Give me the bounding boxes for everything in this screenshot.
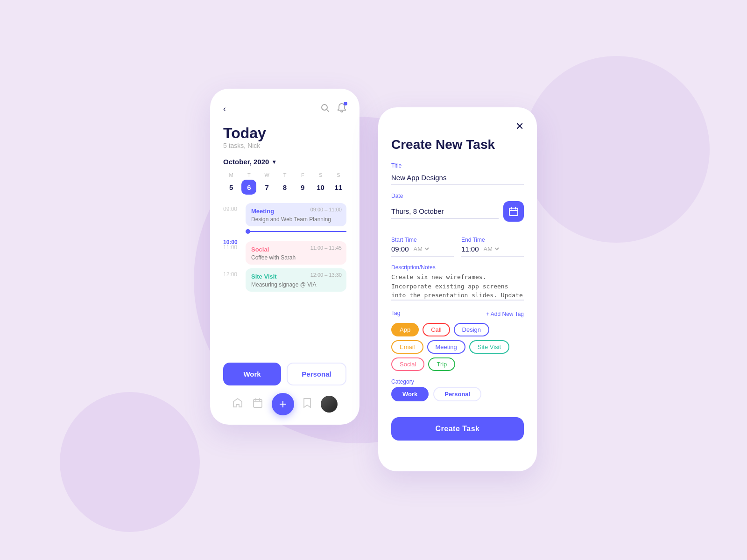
phones-container: ‹ Today 5 tasks, Nick	[210, 89, 537, 471]
close-button[interactable]: ✕	[515, 120, 524, 133]
tag-app[interactable]: App	[391, 323, 419, 336]
svg-rect-2	[254, 399, 262, 407]
calendar-picker-button[interactable]	[503, 201, 524, 222]
meeting-desc: Design and Web Team Planning	[251, 216, 341, 223]
time-slot-900: 09:00 Meeting 09:00 – 11:00 Design and W…	[223, 203, 346, 226]
svg-rect-6	[509, 208, 518, 216]
bottom-nav: +	[223, 393, 346, 415]
cal-day-wed[interactable]: W 7	[259, 172, 275, 195]
today-subtitle: 5 tasks, Nick	[223, 142, 346, 149]
month-row: October, 2020 ▾	[223, 158, 346, 166]
progress-dot	[246, 229, 250, 234]
meeting-title: Meeting	[251, 208, 274, 215]
cal-num-thu: 8	[277, 180, 292, 195]
search-icon[interactable]	[320, 103, 330, 115]
category-field: Category Work Personal	[391, 378, 524, 410]
meeting-time: 09:00 – 11:00	[310, 207, 342, 212]
event-meeting[interactable]: Meeting 09:00 – 11:00 Design and Web Tea…	[246, 203, 346, 226]
sitevisit-time: 12:00 – 13:30	[310, 272, 342, 278]
cal-num-tue: 6	[241, 180, 256, 195]
month-label: October, 2020	[223, 158, 269, 166]
date-label: Date	[391, 193, 524, 199]
event-sitevisit[interactable]: Site Visit 12:00 – 13:30 Measuring signa…	[246, 268, 346, 292]
date-input[interactable]	[391, 204, 499, 219]
cal-letter-tue: T	[247, 172, 251, 178]
time-slot-1200: 12:00 Site Visit 12:00 – 13:30 Measuring…	[223, 268, 346, 292]
cal-letter-fri: F	[301, 172, 304, 178]
event-social[interactable]: Social 11:00 – 11:45 Coffee with Sarah	[246, 241, 346, 265]
title-input[interactable]	[391, 171, 524, 185]
user-avatar[interactable]	[321, 396, 338, 413]
tag-section-label: Tag	[391, 310, 400, 316]
calendar-days: M 5 T 6 W 7 T 8 F 9 S 10	[223, 172, 346, 195]
date-input-wrap	[391, 204, 499, 219]
tag-email[interactable]: Email	[391, 340, 423, 354]
cal-letter-sun: S	[337, 172, 340, 178]
bg-circle-small	[60, 392, 200, 532]
start-ampm-select[interactable]: AM PM	[412, 245, 430, 253]
cal-num-mon: 5	[224, 180, 239, 195]
phone-today: ‹ Today 5 tasks, Nick	[210, 89, 359, 425]
svg-line-1	[327, 110, 329, 112]
category-buttons: Work Personal	[223, 363, 346, 385]
tag-social[interactable]: Social	[391, 357, 424, 371]
time-1100: 11:00	[223, 241, 240, 251]
start-time-label: Start Time	[391, 237, 454, 243]
cal-day-thu[interactable]: T 8	[277, 172, 293, 195]
work-button[interactable]: Work	[223, 363, 281, 385]
end-time-label: End Time	[461, 237, 524, 243]
tag-meeting[interactable]: Meeting	[427, 340, 465, 354]
progress-line	[250, 231, 346, 232]
month-dropdown-icon[interactable]: ▾	[273, 159, 275, 165]
end-ampm-select[interactable]: AM PM	[482, 245, 500, 253]
title-field: Title	[391, 162, 524, 185]
social-time: 11:00 – 11:45	[310, 245, 342, 251]
add-task-fab[interactable]: +	[272, 393, 294, 415]
description-textarea[interactable]: Create six new wireframes. Incorporate e…	[391, 273, 524, 301]
personal-button[interactable]: Personal	[287, 363, 346, 385]
cal-day-tue[interactable]: T 6	[241, 172, 257, 195]
cal-letter-mon: M	[229, 172, 233, 178]
social-title: Social	[251, 246, 269, 253]
tags-header: Tag + Add New Tag	[391, 310, 524, 318]
category-chips: Work Personal	[391, 387, 524, 401]
notification-icon[interactable]	[337, 103, 346, 115]
category-work[interactable]: Work	[391, 387, 429, 401]
end-time-value: 11:00	[461, 245, 479, 253]
phone-create-task: ✕ Create New Task Title Date	[378, 107, 537, 471]
back-button[interactable]: ‹	[223, 104, 226, 114]
schedule: 09:00 Meeting 09:00 – 11:00 Design and W…	[223, 203, 346, 356]
tag-call[interactable]: Call	[423, 323, 450, 336]
today-title: Today	[223, 125, 346, 142]
add-new-tag-button[interactable]: + Add New Tag	[486, 311, 524, 317]
cal-day-mon[interactable]: M 5	[223, 172, 239, 195]
create-task-title: Create New Task	[391, 137, 524, 152]
cal-letter-thu: T	[283, 172, 287, 178]
sitevisit-desc: Measuring signage @ VIA	[251, 281, 341, 288]
cal-day-fri[interactable]: F 9	[295, 172, 310, 195]
cal-day-sat[interactable]: S 10	[312, 172, 328, 195]
cal-letter-sat: S	[319, 172, 322, 178]
start-time-row: 09:00 AM PM	[391, 245, 454, 257]
tag-design[interactable]: Design	[454, 323, 489, 336]
cal-day-sun[interactable]: S 11	[331, 172, 346, 195]
time-slot-1100: 11:00 Social 11:00 – 11:45 Coffee with S…	[223, 241, 346, 265]
category-personal[interactable]: Personal	[433, 387, 481, 401]
time-900: 09:00	[223, 203, 240, 212]
end-time-row: 11:00 AM PM	[461, 245, 524, 257]
date-field: Date	[391, 193, 524, 229]
cal-num-wed: 7	[260, 180, 275, 195]
bg-circle-right	[523, 56, 710, 243]
tag-sitevisit[interactable]: Site Visit	[469, 340, 509, 354]
create-task-button[interactable]: Create Task	[391, 417, 524, 441]
bookmark-nav-icon[interactable]	[303, 397, 312, 411]
home-nav-icon[interactable]	[232, 397, 243, 411]
tag-trip[interactable]: Trip	[428, 357, 455, 371]
date-row	[391, 201, 524, 222]
start-time-group: Start Time 09:00 AM PM	[391, 237, 454, 257]
sitevisit-title: Site Visit	[251, 273, 277, 280]
desc-label: Description/Notes	[391, 264, 524, 271]
calendar-nav-icon[interactable]	[252, 397, 263, 411]
cal-num-sat: 10	[313, 180, 328, 195]
social-desc: Coffee with Sarah	[251, 254, 341, 261]
